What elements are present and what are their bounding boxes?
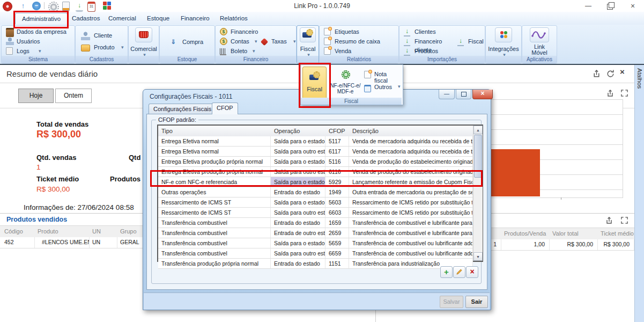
group-label-cadastros: Cadastros [76, 56, 128, 63]
ribbon-item-logs[interactable]: Logs▾ [6, 47, 73, 55]
sales-table-cell: R$ 300,00 [598, 239, 634, 250]
ribbon-item-compra[interactable]: ⇓Compra [171, 38, 212, 46]
products-table-body: 452#LENCOS UME.ENL...UNGERAL [0, 237, 144, 248]
minimize-button[interactable]: — [580, 1, 596, 11]
cfop-table-cell: Entrada de outro estado [271, 228, 325, 238]
tab-comercial[interactable]: Comercial [102, 13, 143, 24]
client-icon [81, 32, 90, 40]
table-export-icon[interactable] [605, 216, 613, 226]
dialog-tab-cfop[interactable]: CFOP [212, 103, 238, 114]
ribbon-item-cliente[interactable]: Cliente [81, 31, 126, 40]
cfop-table-cell: Ressarcimento de ICMS ST [158, 197, 271, 207]
table-expand-icon[interactable] [620, 216, 628, 225]
tab-estoque[interactable]: Estoque [140, 13, 176, 24]
nota-fiscal-item[interactable]: Nota fiscal [364, 70, 402, 79]
maximize-button[interactable] [602, 1, 618, 11]
fiscal-button[interactable]: Fiscal ▾ [298, 27, 317, 57]
ribbon-group-comercial: Comercial ▾ [128, 25, 159, 64]
dialog-minimize-button[interactable]: — [439, 90, 455, 99]
ribbon-item-resumo-de-caixa[interactable]: Resumo de caixa [324, 37, 394, 46]
ribbon-item-dados-da-empresa[interactable]: Dados da empresa [6, 27, 73, 36]
comercial-button[interactable]: Comercial ▾ [130, 27, 157, 57]
export-icon[interactable] [592, 69, 601, 79]
products-table-cell: #LENCOS UME.ENL... [35, 237, 90, 248]
cfop-table-row[interactable]: Transferência combustívelSaída para outr… [158, 248, 473, 259]
tab-cadastros[interactable]: Cadastros [65, 13, 106, 24]
ribbon-item-import-clientes[interactable]: ↓Clientes [404, 27, 452, 36]
ribbon-item-import-fiscal[interactable]: ↓Fiscal [457, 37, 483, 46]
cfop-table-row[interactable]: Transferência combustívelEntrada do esta… [158, 218, 473, 228]
cfop-table-cell: 1151 [325, 259, 349, 268]
add-button[interactable]: + [440, 266, 453, 278]
ribbon-item-taxas[interactable]: Taxas▾ [261, 37, 295, 46]
products-table-header: CódigoProdutoUNGrupo [0, 226, 144, 238]
ribbon-item-contas[interactable]: $Contas▾ [220, 37, 257, 46]
ribbon-item-import-financeiro-cliente[interactable]: ↓Financeiro cliente [404, 37, 456, 46]
dialog-maximize-button[interactable] [456, 90, 471, 99]
scroll-down-arrow[interactable]: ▼ [473, 252, 483, 261]
shortcuts-sidebar[interactable]: Atalhos [634, 65, 644, 322]
products-header-cell: Código [0, 226, 35, 237]
integracoes-button[interactable]: Integrações ▾ [487, 27, 520, 57]
tab-financeiro[interactable]: Financeiro [174, 13, 216, 24]
yesterday-button[interactable]: Ontem [55, 89, 92, 103]
group-label-relatorios: Relatórios [320, 56, 398, 63]
import-icon: ↓ [404, 28, 410, 36]
import-icon: ↓ [404, 38, 410, 46]
ribbon-item-venda[interactable]: Venda [324, 47, 394, 55]
products-sold-title: Produtos vendidos [6, 216, 67, 223]
product-folder-icon [81, 45, 90, 52]
report-icon [324, 47, 331, 55]
cfop-table-cell: 2659 [325, 228, 349, 238]
cfop-table-cell: 1659 [325, 218, 349, 228]
briefcase-icon [6, 28, 14, 37]
sales-qty-label: Qtd. vendas [36, 153, 76, 162]
group-label-integracoes [486, 56, 521, 63]
chart-export-icon[interactable] [606, 89, 615, 99]
tab-relatorios[interactable]: Relatórios [213, 13, 254, 24]
ribbon-group-cadastros: Cliente Produto▾ Cadastros [75, 25, 128, 64]
cfop-table-row[interactable]: Entrega Efetiva produção própria normalS… [158, 157, 473, 167]
edit-button[interactable] [453, 266, 465, 278]
cfop-table-row[interactable]: Transferência produção própria normalEnt… [158, 259, 473, 269]
products-table-cell: GERAL [117, 237, 144, 248]
products-table-row[interactable]: 452#LENCOS UME.ENL...UNGERAL [0, 237, 144, 248]
ribbon-item-boleto[interactable]: Boleto▾ [220, 47, 263, 55]
dialog-tab-configuracoes-fiscais[interactable]: Configurações Fiscais [149, 104, 216, 114]
ribbon-item-financeiro[interactable]: $Financeiro [220, 27, 273, 36]
cfop-table-cell: 1949 [325, 187, 349, 197]
close-button[interactable]: × [625, 1, 641, 11]
dashboard-title: Resumo de vendas diário [6, 69, 98, 78]
ribbon-item-produto[interactable]: Produto▾ [81, 43, 126, 52]
exit-button[interactable]: Sair [465, 296, 488, 308]
delete-button[interactable]: × [466, 266, 478, 278]
today-button[interactable]: Hoje [18, 89, 54, 103]
cfop-table-cell: 5116 [325, 157, 349, 166]
cfop-table-cell: Saída para outro estado [271, 147, 325, 156]
refresh-icon[interactable] [606, 69, 615, 79]
outros-item[interactable]: Outros▾ [364, 83, 402, 92]
ribbon-item-usuarios[interactable]: Usuários [6, 37, 73, 46]
ribbon-item-import-produtos[interactable]: ↓Produtos [404, 47, 452, 55]
scroll-up-arrow[interactable]: ▲ [473, 126, 483, 134]
cfop-table-row[interactable]: Entrega Efetiva normalSaída para outro e… [158, 147, 473, 157]
dialog-close-button[interactable]: × [472, 90, 493, 99]
cfop-table-row[interactable]: Transferência combustívelSaída para o es… [158, 238, 473, 248]
cfop-table-cell: 5117 [325, 136, 349, 146]
cfop-table-row[interactable]: Ressarcimento de ICMS STSaída para o est… [158, 197, 473, 208]
cfop-table-row[interactable]: Entrega Efetiva normalSaída para o estad… [158, 136, 473, 147]
nfe-nfce-mdfe-button[interactable]: NF-e/NFC-e/MDF-e [329, 67, 362, 101]
sales-table-row[interactable]: 11,00R$ 300,00R$ 300,00 [485, 239, 634, 251]
vertical-scrollbar[interactable]: ▲ ▼ [473, 126, 483, 261]
cfop-table-row[interactable]: Ressarcimento de ICMS STSaída para outro… [158, 208, 473, 218]
chevron-down-icon: ▾ [255, 37, 257, 46]
ribbon-item-etiquetas[interactable]: Etiquetas [324, 27, 394, 36]
close-panel-icon[interactable]: × [620, 67, 625, 76]
chart-expand-icon[interactable] [620, 89, 628, 98]
save-button[interactable]: Salvar [440, 296, 463, 308]
link-movel-button[interactable]: LinkMóvel [524, 27, 555, 56]
cfop-table-row[interactable]: Outras operaçõesEntrada do estado1949Out… [158, 187, 473, 197]
cfop-table-cell: 6117 [325, 147, 349, 156]
cfop-table-row[interactable]: Transferência combustívelEntrada de outr… [158, 228, 473, 238]
cfop-table-cell: Outra entrada de mercadoria ou prestação… [349, 187, 473, 197]
